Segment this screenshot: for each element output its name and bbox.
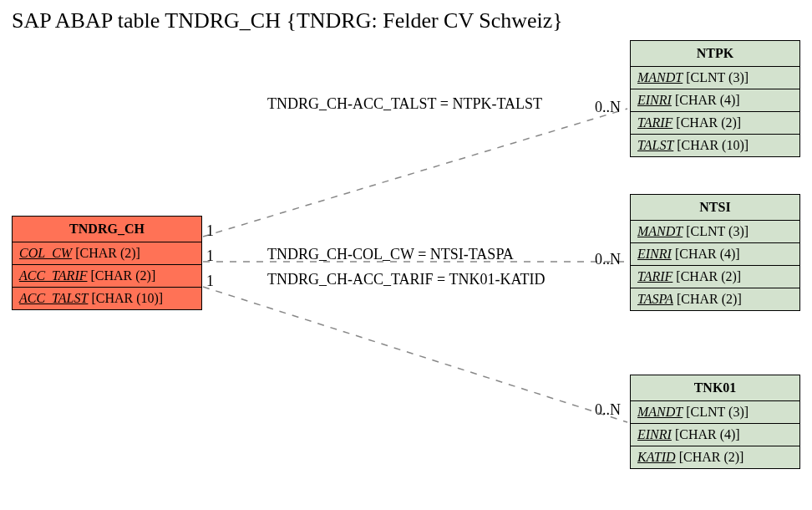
cardinality-src: 1 (206, 247, 214, 265)
field-type: [CLNT (3)] (686, 405, 749, 419)
field-type: [CHAR (2)] (676, 115, 741, 130)
svg-line-2 (203, 287, 627, 422)
entity-tnk01: TNK01 MANDT [CLNT (3)] EINRI [CHAR (4)] … (630, 375, 800, 469)
field-name: TARIF (637, 269, 672, 283)
field-name: TALST (637, 138, 673, 152)
field-type: [CLNT (3)] (686, 224, 749, 238)
field-row: EINRI [CHAR (4)] (631, 424, 799, 446)
field-name: ACC_TALST (19, 291, 88, 305)
field-name: EINRI (637, 427, 672, 441)
field-type: [CHAR (2)] (677, 292, 742, 306)
relation-label: TNDRG_CH-COL_CW = NTSI-TASPA (267, 246, 514, 263)
field-row: MANDT [CLNT (3)] (631, 221, 799, 243)
cardinality-tgt: 0..N (595, 99, 621, 116)
field-type: [CHAR (2)] (676, 269, 741, 283)
field-type: [CHAR (4)] (675, 427, 740, 441)
field-name: MANDT (637, 70, 683, 84)
field-row: TALST [CHAR (10)] (631, 135, 799, 156)
field-type: [CHAR (2)] (679, 450, 744, 464)
field-type: [CLNT (3)] (686, 70, 749, 84)
entity-header: TNK01 (631, 375, 799, 401)
entity-header: NTSI (631, 195, 799, 221)
field-type: [CHAR (10)] (677, 138, 749, 152)
field-type: [CHAR (2)] (75, 246, 140, 260)
entity-header: NTPK (631, 41, 799, 67)
entity-tndrg-ch: TNDRG_CH COL_CW [CHAR (2)] ACC_TARIF [CH… (12, 216, 202, 310)
field-row: EINRI [CHAR (4)] (631, 243, 799, 266)
field-name: KATID (637, 450, 676, 464)
cardinality-src: 1 (206, 222, 214, 240)
field-type: [CHAR (2)] (90, 268, 155, 283)
entity-ntpk: NTPK MANDT [CLNT (3)] EINRI [CHAR (4)] T… (630, 40, 800, 157)
cardinality-tgt: 0..N (595, 401, 621, 419)
field-row: ACC_TALST [CHAR (10)] (13, 288, 201, 309)
field-name: ACC_TARIF (19, 268, 87, 283)
field-row: COL_CW [CHAR (2)] (13, 242, 201, 265)
relation-label: TNDRG_CH-ACC_TALST = NTPK-TALST (267, 95, 542, 113)
field-type: [CHAR (10)] (91, 291, 163, 305)
field-name: TASPA (637, 292, 673, 306)
field-name: MANDT (637, 224, 683, 238)
field-row: ACC_TARIF [CHAR (2)] (13, 265, 201, 288)
cardinality-tgt: 0..N (595, 251, 621, 268)
field-row: KATID [CHAR (2)] (631, 446, 799, 468)
field-type: [CHAR (4)] (675, 247, 740, 261)
field-row: MANDT [CLNT (3)] (631, 67, 799, 89)
field-name: MANDT (637, 405, 683, 419)
relation-label: TNDRG_CH-ACC_TARIF = TNK01-KATID (267, 271, 545, 288)
field-row: TARIF [CHAR (2)] (631, 266, 799, 288)
field-row: EINRI [CHAR (4)] (631, 89, 799, 112)
field-type: [CHAR (4)] (675, 93, 740, 107)
page-title: SAP ABAP table TNDRG_CH {TNDRG: Felder C… (12, 8, 563, 33)
field-name: COL_CW (19, 246, 72, 260)
svg-line-0 (203, 109, 627, 237)
cardinality-src: 1 (206, 273, 214, 290)
entity-ntsi: NTSI MANDT [CLNT (3)] EINRI [CHAR (4)] T… (630, 194, 800, 311)
field-name: EINRI (637, 93, 672, 107)
field-row: MANDT [CLNT (3)] (631, 401, 799, 424)
field-row: TARIF [CHAR (2)] (631, 112, 799, 135)
field-row: TASPA [CHAR (2)] (631, 288, 799, 310)
field-name: TARIF (637, 115, 672, 130)
entity-header: TNDRG_CH (13, 217, 201, 242)
field-name: EINRI (637, 247, 672, 261)
